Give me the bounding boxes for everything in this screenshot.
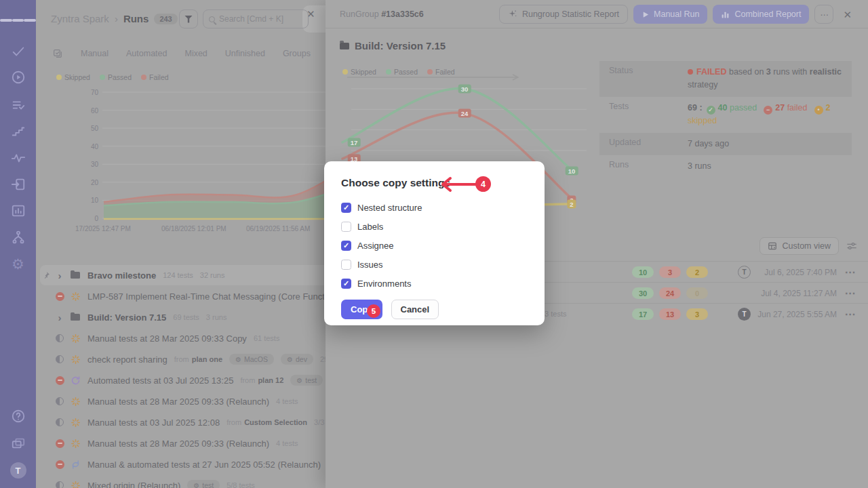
run-title[interactable]: Manual tests at 28 Mar 2025 09:33 (Relau…: [87, 439, 269, 449]
expand-chevron-icon[interactable]: ›: [58, 270, 62, 281]
run-meta: 5/8 tests: [226, 481, 255, 488]
user-avatar[interactable]: T: [0, 458, 36, 483]
skip-count-badge: 2: [686, 266, 708, 278]
from-label: from: [226, 418, 241, 426]
skipped-icon: •: [814, 106, 823, 115]
tab-unfinished[interactable]: Unfinished: [225, 49, 265, 58]
point-value-badge: 2: [567, 199, 576, 208]
activity-icon[interactable]: [0, 146, 36, 170]
search-icon: [209, 16, 215, 22]
legend-dot: [100, 75, 105, 80]
run-meta: 124 tests: [163, 271, 193, 279]
funnel-icon: [184, 16, 193, 23]
tag-pill[interactable]: ⚙test: [290, 375, 323, 386]
menu-icon[interactable]: [0, 8, 36, 33]
run-list-item[interactable]: Manual tests at 28 Mar 2025 09:33 Copy61…: [40, 328, 326, 348]
partial-status-icon: [56, 355, 64, 363]
checkbox-row-labels[interactable]: Labels: [341, 217, 528, 236]
run-list-item[interactable]: Mixed origin (Relaunch)⚙test5/8 tests: [40, 475, 326, 488]
y-tick: 50: [78, 125, 98, 132]
steps-icon[interactable]: [0, 119, 36, 144]
row-menu-button[interactable]: ⋯: [842, 285, 859, 300]
runs-count-badge: 243: [154, 14, 177, 24]
run-title[interactable]: Build: Version 7.15: [87, 312, 166, 323]
import-run-icon[interactable]: [0, 172, 36, 197]
manual-run-icon: [71, 439, 81, 449]
play-circle-icon[interactable]: [0, 65, 36, 89]
run-title[interactable]: Manual tests at 28 Mar 2025 09:33 Copy: [87, 333, 247, 344]
reports-icon[interactable]: [0, 199, 36, 223]
run-title[interactable]: Manual tests at 03 Jul 2025 12:08: [87, 418, 220, 428]
fail-count-badge: 3: [659, 266, 681, 278]
annotation-step-4: 4: [475, 176, 491, 192]
run-title[interactable]: Automated tests at 03 Jul 2025 13:25: [87, 375, 233, 386]
tag-pill[interactable]: ⚙MacOS: [229, 354, 274, 365]
pass-count-badge: 17: [632, 308, 654, 320]
run-title[interactable]: LMP-587 Implement Real-Time Chat Messagi…: [87, 291, 326, 302]
chart-legend: SkippedPassedFailed: [56, 73, 169, 81]
check-icon[interactable]: [0, 39, 36, 64]
run-list-item[interactable]: › Bravo milestone124 tests32 runs: [40, 265, 326, 285]
y-tick: 20: [78, 179, 98, 186]
list-check-icon[interactable]: [0, 93, 36, 117]
run-list-item[interactable]: › Build: Version 7.1569 tests3 runs: [40, 307, 326, 327]
run-title[interactable]: Mixed origin (Relaunch): [87, 481, 180, 488]
skip-count-badge: 0: [686, 287, 708, 299]
view-settings-icon[interactable]: [846, 241, 857, 251]
row-menu-button[interactable]: ⋯: [842, 306, 859, 321]
run-title[interactable]: Manual & automated tests at 27 Jun 2025 …: [87, 460, 321, 470]
checkbox-icon[interactable]: [341, 222, 351, 232]
expand-chevron-icon[interactable]: ›: [58, 312, 62, 323]
run-list-item[interactable]: Manual tests at 03 Jul 2025 12:08fromCus…: [40, 412, 326, 432]
checkbox-icon[interactable]: [341, 241, 351, 251]
checkbox-label: Issues: [357, 260, 383, 270]
partial-status-icon: [56, 397, 64, 405]
x-tick: 06/18/2025 12:01 PM: [161, 225, 226, 232]
checkbox-icon[interactable]: [341, 279, 351, 289]
folder-icon: [71, 272, 80, 279]
run-title[interactable]: Manual tests at 28 Mar 2025 09:33 (Relau…: [87, 396, 269, 407]
run-list-item[interactable]: Manual tests at 28 Mar 2025 09:33 (Relau…: [40, 433, 326, 453]
x-tick: 06/19/2025 11:56 AM: [246, 225, 310, 232]
run-date: Jul 4, 2025 11:27 AM: [761, 289, 837, 298]
projects-icon[interactable]: [0, 431, 36, 455]
cancel-button[interactable]: Cancel: [391, 300, 439, 319]
run-list-item[interactable]: check report sharingfromplan one⚙MacOS⚙d…: [40, 349, 326, 369]
checkbox-row-issues[interactable]: Issues: [341, 255, 528, 274]
run-list-item[interactable]: LMP-587 Implement Real-Time Chat Messagi…: [40, 286, 326, 306]
passed-icon: ✓: [707, 106, 715, 115]
search-input[interactable]: Search [Cmd + K]: [203, 9, 309, 28]
failed-status-icon: [56, 292, 64, 301]
select-runs-icon[interactable]: [52, 48, 63, 59]
tab-groups[interactable]: Groups: [283, 49, 311, 58]
detail-row-runs: Runs 3 runs: [599, 155, 852, 178]
legend-item: Skipped: [56, 73, 90, 81]
filter-button[interactable]: [179, 9, 198, 28]
run-list-item[interactable]: Manual tests at 28 Mar 2025 09:33 (Relau…: [40, 391, 326, 411]
legend-item: Failed: [141, 73, 169, 81]
checkbox-row-assignee[interactable]: Assignee: [341, 236, 528, 255]
branch-icon[interactable]: [0, 225, 36, 249]
run-list-item[interactable]: Manual & automated tests at 27 Jun 2025 …: [40, 454, 326, 474]
tag-pill[interactable]: ⚙dev: [281, 354, 313, 365]
tab-mixed[interactable]: Mixed: [184, 49, 207, 58]
gear-icon[interactable]: ⚙: [0, 252, 36, 277]
run-title[interactable]: Bravo milestone: [87, 270, 156, 281]
run-date: Jul 6, 2025 7:40 PM: [764, 268, 837, 277]
checkbox-row-nested-structure[interactable]: Nested structure: [341, 198, 528, 217]
checkbox-row-environments[interactable]: Environments: [341, 274, 528, 293]
run-title[interactable]: check report sharing: [87, 354, 167, 365]
manual-run-icon: [71, 418, 81, 428]
checkbox-icon[interactable]: [341, 203, 351, 213]
tab-manual[interactable]: Manual: [81, 49, 108, 58]
custom-view-button[interactable]: Custom view: [760, 237, 839, 255]
tab-automated[interactable]: Automated: [126, 49, 167, 58]
from-value: plan one: [192, 355, 222, 363]
tag-pill[interactable]: ⚙test: [187, 480, 220, 488]
run-list-item[interactable]: Automated tests at 03 Jul 2025 13:25from…: [40, 370, 326, 390]
point-value-badge: 30: [458, 85, 471, 94]
row-menu-button[interactable]: ⋯: [842, 264, 859, 279]
breadcrumb-project[interactable]: Zyntra Spark: [51, 13, 109, 24]
checkbox-icon[interactable]: [341, 260, 351, 270]
help-icon[interactable]: [0, 404, 36, 428]
